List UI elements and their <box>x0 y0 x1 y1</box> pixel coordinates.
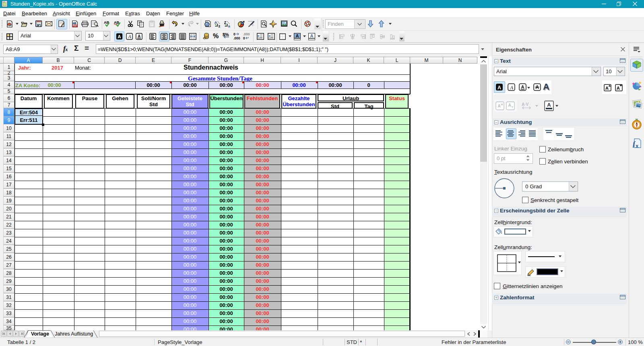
svg-text:A·V: A·V <box>522 102 529 107</box>
svg-text:.000: .000 <box>233 36 240 40</box>
svg-text:A: A <box>497 85 501 91</box>
svg-text:A: A <box>497 104 500 108</box>
svg-text:A: A <box>296 33 299 38</box>
svg-text:A: A <box>138 34 140 39</box>
svg-text:H: H <box>501 103 503 106</box>
svg-text:A: A <box>547 102 551 108</box>
svg-text:A: A <box>118 34 121 39</box>
svg-text:x: x <box>636 143 639 149</box>
svg-text:A: A <box>521 84 524 89</box>
svg-text:0: 0 <box>243 36 245 40</box>
svg-text:PDF: PDF <box>73 25 78 27</box>
svg-text:A: A <box>215 21 217 25</box>
svg-text:A: A <box>617 86 620 91</box>
svg-text:a: a <box>228 24 231 27</box>
svg-text:A: A <box>605 86 609 91</box>
svg-text:Z: Z <box>224 21 227 25</box>
svg-text:.000: .000 <box>243 32 250 36</box>
svg-text:T: T <box>512 106 514 109</box>
svg-text:$%: $% <box>223 32 229 37</box>
svg-text:A: A <box>508 103 511 107</box>
svg-text:A: A <box>310 33 314 38</box>
svg-text:z: z <box>219 24 221 27</box>
svg-text:A: A <box>510 85 513 91</box>
svg-text:A: A <box>128 34 131 39</box>
svg-text:0: 0 <box>233 32 235 36</box>
